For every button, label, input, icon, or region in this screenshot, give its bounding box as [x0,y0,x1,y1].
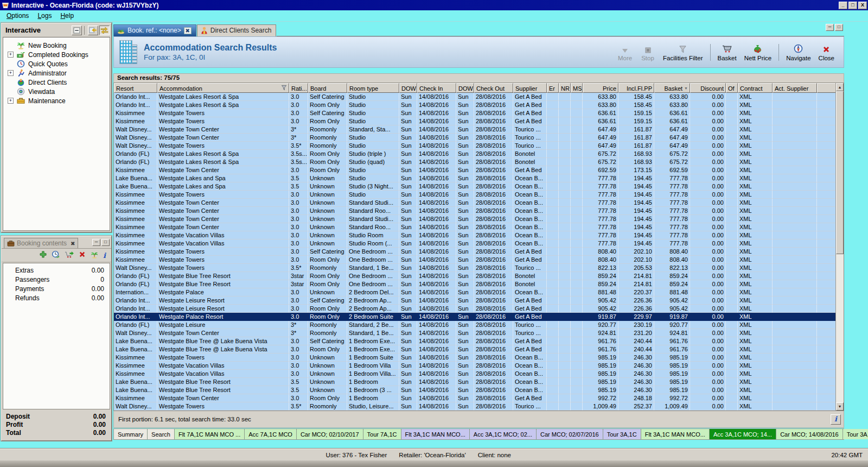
table-row[interactable]: KissimmeeWestgate Towers3.0Self Catering… [114,248,844,256]
column-header-ms[interactable]: MS [571,83,583,93]
booking-tab-close-icon[interactable]: ✖ [71,241,75,247]
table-row[interactable]: KissimmeeWestgate Town Center3.0Room Onl… [114,394,844,402]
session-tab-acc-3a-1c-mco-02[interactable]: Acc 3A,1C MCO; 02... [470,429,537,439]
table-row[interactable]: Walt Disney...Westgate Town Center3*Room… [114,134,844,142]
column-header-dow[interactable]: DOW [456,83,474,93]
table-row[interactable]: KissimmeeWestgate Town Center3.0UnknownS… [114,223,844,231]
booking-item-refunds[interactable]: Refunds0.00 [3,293,110,302]
session-tab-flt-3a-1c-man-mco[interactable]: Flt 3A,1C MAN MCO... [401,429,470,439]
scroll-down-icon[interactable]: ▼ [836,402,844,411]
swap-view-button[interactable] [99,26,110,35]
panel-maximize-button[interactable]: □ [101,239,110,246]
refresh-button[interactable] [52,250,60,260]
table-row[interactable]: Orlando Int...Westgate Leisure Resort3.0… [114,296,844,305]
close-button[interactable]: Close [815,42,838,63]
new-booking-palm-button[interactable] [91,251,98,260]
table-row[interactable]: Orlando (FL)Westgate Lakes Resort & Spa3… [114,150,844,158]
filter-funnel-icon[interactable] [281,85,287,92]
table-row[interactable]: KissimmeeWestgate Vacation Villas3.0Unkn… [114,239,844,248]
collapse-all-button[interactable] [72,26,82,35]
column-header-resort[interactable]: Resort [114,83,157,93]
table-row[interactable]: Orlando Int...Westgate Palace Resort3.0R… [114,313,844,321]
facilities-filter-button[interactable]: Facilities Filter [659,42,706,63]
session-tab-acc-3a-1c-mco-14[interactable]: Acc 3A,1C MCO; 14... [710,429,776,439]
booking-item-extras[interactable]: Extras0.00 [3,266,110,275]
session-tab-car-mco-02-10-2017[interactable]: Car MCO; 02/10/2017 [297,429,363,439]
table-row[interactable]: Orlando (FL)Westgate Blue Tree Resort3st… [114,272,844,280]
session-tab-car-mco-02-07-2016[interactable]: Car MCO; 02/07/2016 [537,429,603,439]
expand-icon[interactable]: + [8,98,14,104]
column-header-dow[interactable]: DOW [399,83,417,93]
session-tab-flt-3a-1c-man-mco[interactable]: Flt 3A,1C MAN MCO... [641,429,710,439]
session-tab-acc-7a-1c-mco[interactable]: Acc 7A,1C MCO [245,429,297,439]
close-window-button[interactable]: X [858,2,867,9]
table-row[interactable]: Orlando Int...Westgate Leisure Resort3.0… [114,305,844,313]
nav-back-button[interactable] [88,26,98,35]
table-row[interactable]: KissimmeeWestgate Towers3.0Room OnlyOne … [114,256,844,264]
column-header-accommodation[interactable]: Accommodation [157,83,289,93]
sidebar-item-administrator[interactable]: +Administrator [3,68,110,78]
workspace-minimize-button[interactable]: ─ [826,24,834,31]
column-header-price[interactable]: Price [583,83,618,93]
session-tab-tour-3a-1c[interactable]: Tour 3A,1C [843,429,868,439]
panel-minimize-button[interactable]: ─ [92,239,100,246]
booking-item-payments[interactable]: Payments0.00 [3,284,110,293]
expand-icon[interactable]: + [8,70,14,76]
sidebar-item-maintenance[interactable]: +Maintenance [3,96,110,105]
maximize-button[interactable]: □ [848,2,857,9]
table-row[interactable]: KissimmeeWestgate Vacation Villas3.0Unkn… [114,370,844,378]
table-row[interactable]: Orlando (FL)Westgate Leisure3*RoomonlySt… [114,321,844,329]
table-row[interactable]: KissimmeeWestgate Towers3.0Room OnlyStud… [114,117,844,125]
vertical-scrollbar[interactable]: ▲ ▼ [835,83,844,411]
table-row[interactable]: KissimmeeWestgate Town Center3.0UnknownS… [114,207,844,215]
column-header-of[interactable]: Of [726,83,738,93]
column-header-nr[interactable]: NR [559,83,571,93]
table-row[interactable]: Internation...Westgate Palace3.0Unknown2… [114,288,844,296]
table-row[interactable]: KissimmeeWestgate Vacation Villas3.0Unkn… [114,362,844,370]
session-tab-summary[interactable]: Summary [114,429,148,439]
session-tab-flt-7a-1c-man-mco[interactable]: Flt 7A,1C MAN MCO ... [175,429,245,439]
table-row[interactable]: Lake Buena...Westgate Blue Tree @ Lake B… [114,345,844,354]
sidebar-item-direct-clients[interactable]: Direct Clients [3,78,110,87]
tab-close-icon[interactable]: ✖ [184,27,192,34]
scroll-up-icon[interactable]: ▲ [836,83,844,91]
table-row[interactable]: Walt Disney...Westgate Town Center3*Room… [114,125,844,134]
column-header-check-out[interactable]: Check Out [474,83,513,93]
workspace-maximize-button[interactable]: □ [835,24,843,31]
column-header-rati[interactable]: Rati... [289,83,308,93]
table-row[interactable]: Lake Buena...Westgate Blue Tree Resort3.… [114,386,844,394]
column-header-supplier[interactable]: Supplier [513,83,547,93]
table-row[interactable]: Orlando Int...Westgate Lakes Resort & Sp… [114,101,844,109]
tab-book-ref-none[interactable]: Book. ref.: <none>✖ [113,24,196,36]
nett-price-button[interactable]: Nett Price [741,42,776,63]
column-header-check-in[interactable]: Check In [417,83,456,93]
scrollbar-thumb[interactable] [836,91,844,254]
table-row[interactable]: Lake Buena...Westgate Blue Tree Resort3.… [114,378,844,386]
column-header-act-supplier[interactable]: Act. Supplier [773,83,817,93]
session-tab-search[interactable]: Search [148,429,175,439]
sidebar-item-quick-quotes[interactable]: Quick Quotes [3,59,110,68]
session-tab-tour-3a-1c[interactable]: Tour 3A,1C [603,429,641,439]
basket-button[interactable]: Basket [714,42,741,63]
session-tab-car-mco-14-08-2016[interactable]: Car MCO; 14/08/2016 [776,429,843,439]
info-button[interactable]: i [831,414,841,425]
menu-help[interactable]: Help [56,11,78,21]
table-row[interactable]: Orlando Int...Westgate Lakes Resort & Sp… [114,93,844,101]
column-header-discount[interactable]: Discount [690,83,726,93]
sidebar-item-new-booking[interactable]: New Booking [3,41,110,50]
table-row[interactable]: Walt Disney...Westgate Towers3.5*Roomonl… [114,264,844,272]
table-row[interactable]: KissimmeeWestgate Vacation Villas3.0Unkn… [114,231,844,239]
session-tab-tour-7a-1c[interactable]: Tour 7A,1C [363,429,401,439]
column-header-contract[interactable]: Contract [738,83,773,93]
column-header-board[interactable]: Board [308,83,347,93]
menu-logs[interactable]: Logs [33,11,56,21]
booking-item-passengers[interactable]: Passengers0 [3,275,110,284]
column-header-basket[interactable]: Basket▼ [654,83,690,93]
minimize-button[interactable]: _ [839,2,847,9]
move-to-basket-button[interactable] [65,251,74,260]
expand-icon[interactable]: + [8,52,14,58]
table-row[interactable]: Walt Disney...Westgate Towers3.5*Roomonl… [114,142,844,150]
sidebar-item-viewdata[interactable]: Viewdata [3,87,110,96]
delete-button[interactable] [79,251,86,260]
sidebar-item-completed-bookings[interactable]: +Completed Bookings [3,50,110,59]
